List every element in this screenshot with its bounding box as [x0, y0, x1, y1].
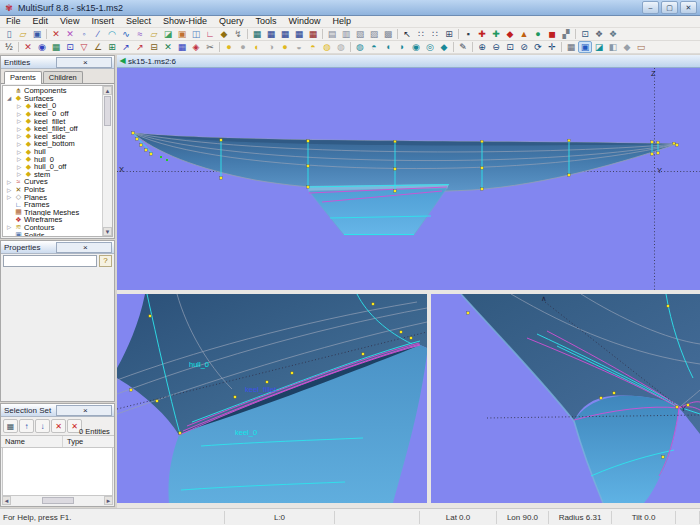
selection-hscrollbar[interactable]: ◄ ► — [2, 496, 113, 505]
show-labels-icon[interactable]: ◍ — [320, 41, 334, 53]
open-file-icon[interactable]: ▱ — [16, 28, 30, 40]
view-right-icon[interactable]: ◗ — [395, 41, 409, 53]
solid-tool-icon[interactable]: ▣ — [175, 28, 189, 40]
tree-scrollbar[interactable]: ▲ ▼ — [102, 86, 112, 236]
tree-item[interactable]: ⋔ Components — [3, 87, 103, 95]
column-name[interactable]: Name — [1, 436, 63, 447]
minimize-icon[interactable]: – — [642, 1, 659, 14]
menu-item[interactable]: Show-Hide — [157, 16, 213, 27]
entities-panel-titlebar[interactable]: Entities × — [1, 56, 114, 69]
expander-icon[interactable]: ▷ — [17, 133, 24, 139]
menu-item[interactable]: View — [54, 16, 85, 27]
menu-item[interactable]: Query — [213, 16, 250, 27]
viewport-bottom-left-perspective[interactable]: hull_0 keel_fillet keel_0 — [117, 294, 427, 503]
view-back-icon[interactable]: ◎ — [423, 41, 437, 53]
quick-spline-icon[interactable]: ↯ — [231, 28, 245, 40]
close-icon[interactable]: × — [56, 242, 113, 253]
tab-children[interactable]: Children — [43, 71, 83, 83]
tree-item[interactable]: ◢ ◆ Surfaces — [3, 95, 103, 103]
tree-item[interactable]: ▷ ◆ hull_0_off — [3, 163, 103, 171]
digitize-pen-icon[interactable]: ✎ — [456, 41, 470, 53]
expander-icon[interactable]: ▷ — [7, 224, 14, 230]
orientation-icon[interactable]: ◉ — [35, 41, 49, 53]
zoom-window-icon[interactable]: ⊡ — [503, 41, 517, 53]
selection-panel-titlebar[interactable]: Selection Set × — [1, 404, 114, 417]
rotate-view-icon[interactable]: ⟳ — [531, 41, 545, 53]
expander-icon[interactable]: ▷ — [17, 156, 24, 162]
delete-point-icon[interactable]: ✕ — [161, 41, 175, 53]
menu-item[interactable]: Help — [327, 16, 358, 27]
show-tool-icon[interactable]: ❖ — [606, 28, 620, 40]
paste-icon[interactable]: ▥ — [339, 28, 353, 40]
tree-item[interactable]: ▷ ◆ keel_fillet — [3, 117, 103, 125]
curve-icon[interactable]: ∿ — [119, 28, 133, 40]
remesh-icon[interactable]: ▦ — [175, 41, 189, 53]
save-icon[interactable]: ▣ — [30, 28, 44, 40]
menu-item[interactable]: Window — [282, 16, 326, 27]
trim-icon[interactable]: ✂ — [203, 41, 217, 53]
menu-item[interactable]: File — [0, 16, 27, 27]
plane-tool-icon[interactable]: ◫ — [189, 28, 203, 40]
viewport-top-profile[interactable]: X Y Z — [117, 68, 700, 290]
tree-item[interactable]: ▷ ◆ stem — [3, 171, 103, 179]
drag-y-icon[interactable]: ↗ — [133, 41, 147, 53]
scroll-right-icon[interactable]: ► — [104, 496, 113, 505]
expander-icon[interactable]: ▷ — [7, 187, 14, 193]
refine-mesh-icon[interactable]: ▦ — [49, 41, 63, 53]
remove-row-icon[interactable]: ⊟ — [147, 41, 161, 53]
pan-view-icon[interactable]: ✛ — [545, 41, 559, 53]
zoom-in-icon[interactable]: ⊕ — [475, 41, 489, 53]
expander-icon[interactable]: ▷ — [17, 164, 24, 170]
relabel-icon[interactable]: ◆ — [217, 28, 231, 40]
move-up-icon[interactable]: ↑ — [19, 419, 34, 433]
maximize-icon[interactable]: ▢ — [661, 1, 678, 14]
tree-item[interactable]: ▷ ≋ Contours — [3, 224, 103, 232]
split-icon[interactable]: ◈ — [189, 41, 203, 53]
selection-list[interactable] — [2, 448, 113, 496]
scroll-up-icon[interactable]: ▲ — [103, 86, 112, 95]
expander-icon[interactable]: ▷ — [7, 194, 14, 200]
select-all-icon[interactable]: ⊞ — [442, 28, 456, 40]
zoom-previous-icon[interactable]: ⊘ — [517, 41, 531, 53]
tree-item[interactable]: ▷ ◆ keel_side — [3, 133, 103, 141]
edit-dot-icon[interactable]: ● — [531, 28, 545, 40]
menu-item[interactable]: Edit — [27, 16, 55, 27]
flip-normal-icon[interactable]: ▽ — [77, 41, 91, 53]
expander-icon[interactable]: ▷ — [17, 111, 24, 117]
window-titlebar[interactable]: ✾ MultiSurf 8.8 - sk15-1.ms2 – ▢ ✕ — [0, 0, 700, 16]
scroll-down-icon[interactable]: ▼ — [103, 227, 112, 236]
tree-item[interactable]: ▷ ◆ keel_0 — [3, 102, 103, 110]
hide-points-icon[interactable]: ◒ — [292, 41, 306, 53]
expander-icon[interactable]: ▷ — [17, 103, 24, 109]
scroll-thumb[interactable] — [42, 497, 74, 504]
hidden-line-mode-icon[interactable]: ◧ — [606, 41, 620, 53]
view-front-icon[interactable]: ◉ — [409, 41, 423, 53]
view-window-2-icon[interactable]: ▦ — [264, 28, 278, 40]
select-chain-icon[interactable]: ∷ — [428, 28, 442, 40]
viewport-bottom-right-perspective[interactable]: Y ∧ — [431, 294, 700, 503]
transform-icon[interactable]: ▩ — [381, 28, 395, 40]
mirror-icon[interactable]: ▨ — [367, 28, 381, 40]
tree-item[interactable]: ▷ ◆ keel_fillet_off — [3, 125, 103, 133]
show-all-lamp-icon[interactable]: ● — [222, 41, 236, 53]
menu-item[interactable]: Insert — [85, 16, 120, 27]
expander-icon[interactable]: ▷ — [17, 141, 24, 147]
properties-panel-titlebar[interactable]: Properties × — [1, 241, 114, 254]
measure-icon[interactable]: ▪ — [461, 28, 475, 40]
hide-all-lamp-icon[interactable]: ● — [236, 41, 250, 53]
scroll-thumb[interactable] — [104, 96, 111, 126]
knot-edit-icon[interactable]: ✕ — [21, 41, 35, 53]
view-window-4-icon[interactable]: ▦ — [292, 28, 306, 40]
close-icon[interactable]: × — [56, 57, 113, 68]
tree-item[interactable]: ▣ Solids — [3, 231, 103, 237]
viewport-titlebar[interactable]: ◀ sk15-1.ms2:6 — [117, 55, 700, 68]
weight-icon[interactable]: ▞ — [559, 28, 573, 40]
zoom-out-icon[interactable]: ⊖ — [489, 41, 503, 53]
expander-icon[interactable]: ▷ — [17, 171, 24, 177]
tree-item[interactable]: ∟ Frames — [3, 201, 103, 209]
expander-icon[interactable]: ◢ — [7, 95, 14, 101]
select-cursor-icon[interactable]: ↖ — [400, 28, 414, 40]
arc-icon[interactable]: ◠ — [105, 28, 119, 40]
frame-tool-icon[interactable]: ∟ — [203, 28, 217, 40]
remove-entity-icon[interactable]: ✕ — [51, 419, 66, 433]
